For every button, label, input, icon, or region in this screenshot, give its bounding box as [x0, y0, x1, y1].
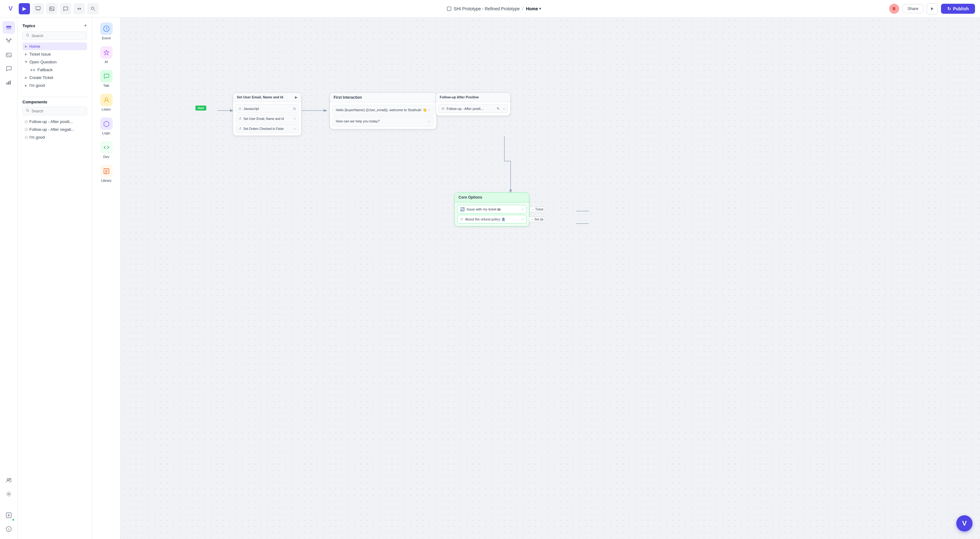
action2-icon: ↺ [239, 126, 242, 131]
sidebar-item-ticket-issue-label: Ticket Issue [29, 52, 51, 56]
palette-library[interactable]: Library [95, 163, 118, 185]
sidebar-item-im-good[interactable]: ▶ I'm good [22, 81, 87, 89]
palette-logic[interactable]: Logic [95, 115, 118, 137]
dropdown-chevron-icon: ▾ [539, 7, 541, 10]
ticket-item-label: Issue with my ticket 🎟 [466, 207, 501, 211]
chevron-right-icon: ▶ [25, 53, 27, 56]
entry-label: Start [196, 105, 206, 110]
chevron-right-icon: ▶ [25, 84, 27, 87]
sidebar-item-home[interactable]: ▶ Home [22, 43, 87, 50]
set-user-item-action2[interactable]: ↺ Set Orders Checked to False ○ [235, 124, 299, 133]
listen-icon [100, 94, 113, 106]
set-user-header: Set User Email, Name and Id ▶ [233, 93, 301, 102]
canvas[interactable]: Start Set User Email, Name and Id ▶ ⊙ Ja… [121, 18, 980, 539]
palette-talk[interactable]: Talk [95, 67, 118, 90]
cursor-tool-icon[interactable]: ▶ [19, 3, 30, 14]
palette-library-label: Library [101, 179, 112, 182]
action1-label: Set User Email, Name and Id [243, 117, 284, 121]
svg-rect-16 [10, 81, 11, 85]
diamond-icon [24, 128, 28, 131]
image-tool-icon[interactable] [46, 3, 57, 14]
node-follow-up-positive[interactable]: Follow-up After Positive ⚙ Follow-up - A… [436, 92, 511, 116]
palette-ai-label: AI [105, 60, 108, 64]
svg-point-23 [27, 109, 29, 112]
sidebar-item-ticket-issue[interactable]: ▶ Ticket Issue [22, 50, 87, 58]
components-title: Components [22, 100, 47, 104]
topbar-left: V ▶ [5, 3, 99, 14]
follow-up-title: Follow-up After Positive [440, 95, 479, 99]
copy-icon[interactable]: ⧉ [293, 107, 296, 111]
topics-search-input[interactable] [32, 34, 84, 38]
msg2-text: How can we help you today? [336, 119, 380, 123]
action2-label: Set Orders Checked to False [243, 127, 284, 131]
rail-settings-icon[interactable] [3, 488, 15, 500]
set-user-item-action1[interactable]: ↺ Set User Email, Name and Id ○ [235, 114, 299, 123]
arrows-tool-icon[interactable] [74, 3, 85, 14]
app-logo[interactable]: V [5, 3, 16, 14]
publish-button[interactable]: ↻ Publish [941, 4, 975, 14]
rail-info-icon[interactable] [3, 523, 15, 535]
ticket-connector-label: → Ticket [530, 207, 545, 212]
user-avatar[interactable]: B [889, 4, 899, 14]
core-options-item-ticket[interactable]: 🔄 Issue with my ticket 🎟 ○ → Ticket [457, 205, 527, 214]
rail-chat-icon[interactable] [3, 62, 15, 75]
follow-up-item[interactable]: ⚙ Follow-up - After positi... ✎ ○ [439, 104, 508, 113]
search-tool-icon[interactable] [88, 3, 99, 14]
rail-users-icon[interactable] [3, 474, 15, 486]
node-first-interaction[interactable]: First Interaction Hello {buyerName} ({Us… [329, 92, 437, 129]
set-user-title: Set User Email, Name and Id [237, 95, 283, 99]
comment-tool-icon[interactable] [32, 3, 44, 14]
palette-event[interactable]: Event [95, 20, 118, 43]
node-core-options[interactable]: Core Options 🔄 Issue with my ticket 🎟 ○ … [454, 192, 529, 226]
palette-dev[interactable]: Dev [95, 139, 118, 161]
set-user-play-icon[interactable]: ▶ [295, 96, 298, 99]
share-button[interactable]: Share [902, 4, 924, 13]
set-user-item-javascript[interactable]: ⊙ Javascript ⧉ [235, 104, 299, 113]
sidebar-component-follow-up-neg[interactable]: Follow-up - After negati... [22, 126, 87, 133]
components-search[interactable] [22, 107, 87, 115]
svg-point-25 [105, 98, 108, 100]
sidebar-item-create-ticket[interactable]: ▶ Create Ticket [22, 74, 87, 81]
topics-search[interactable] [22, 32, 87, 40]
svg-rect-12 [6, 53, 11, 57]
follow-up-end-icon: ○ [503, 107, 505, 111]
rail-image-icon[interactable] [3, 49, 15, 61]
msg1-dot-icon: ○ [428, 108, 430, 112]
sidebar-component-im-good[interactable]: I'm good [22, 133, 87, 141]
sidebar-item-open-question[interactable]: ▶ Open Question [22, 58, 87, 66]
sidebar-item-im-good-label: I'm good [29, 83, 45, 88]
sidebar-item-open-question-label: Open Question [29, 60, 56, 64]
follow-up-body: ⚙ Follow-up - After positi... ✎ ○ [436, 102, 510, 116]
javascript-label: Javascript [243, 107, 259, 110]
javascript-icon: ⊙ [239, 107, 242, 111]
rail-chart-icon[interactable] [3, 76, 15, 89]
preview-button[interactable] [927, 3, 938, 14]
voiceflow-badge[interactable]: V [956, 515, 972, 531]
chevron-right-icon: ▶ [25, 76, 27, 79]
node-set-user-email[interactable]: Set User Email, Name and Id ▶ ⊙ Javascri… [233, 92, 301, 136]
palette-event-label: Event [102, 36, 110, 40]
components-search-input[interactable] [32, 109, 84, 113]
current-page[interactable]: Home ▾ [526, 6, 541, 11]
sidebar-item-home-label: Home [29, 44, 40, 49]
palette-listen[interactable]: Listen [95, 91, 118, 114]
sidebar-item-fallback[interactable]: ◉◉ Fallback [22, 66, 87, 74]
first-interaction-msg2[interactable]: How can we help you today? ○ [332, 116, 434, 126]
chat-tool-icon[interactable] [60, 3, 71, 14]
follow-up-edit-icon[interactable]: ✎ [496, 107, 500, 111]
rail-layers-icon[interactable] [3, 21, 15, 34]
first-interaction-msg1[interactable]: Hello {buyerName} ({User_email}), welcom… [332, 105, 434, 115]
palette-talk-label: Talk [103, 84, 110, 88]
main-layout: Topics + ▶ Home ▶ Ticket Issue ▶ Open Qu… [0, 18, 980, 539]
core-options-item-refund[interactable]: ↺ About the refund policy 🏦 ○ → Set (la [457, 215, 527, 223]
svg-point-19 [8, 493, 10, 495]
rail-nodes-icon[interactable] [3, 35, 15, 48]
action2-end-icon: ○ [294, 126, 296, 131]
msg1-text: Hello {buyerName} ({User_email}), welcom… [336, 108, 427, 112]
project-name[interactable]: SHI Prototype - Refined Prototype [454, 6, 520, 11]
topics-add-button[interactable]: + [84, 22, 87, 29]
sidebar-component-follow-up-pos[interactable]: Follow-up - After positi... [22, 118, 87, 126]
palette-ai[interactable]: AI [95, 44, 118, 66]
library-icon [100, 165, 113, 177]
rail-ai-icon[interactable] [3, 509, 15, 521]
